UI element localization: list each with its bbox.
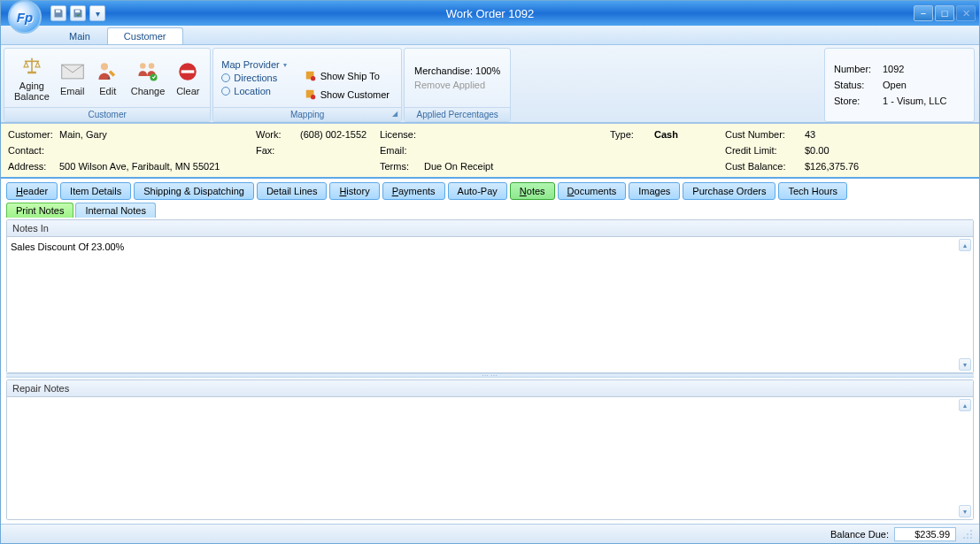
minimize-button[interactable]: − <box>914 5 933 21</box>
scrollbar[interactable]: ▴ ▾ <box>959 399 971 517</box>
tab-item-details[interactable]: Item Details <box>60 182 131 200</box>
info-store-value: 1 - Visum, LLC <box>883 96 947 106</box>
chevron-down-icon: ▾ <box>283 61 287 69</box>
repair-notes-textarea[interactable] <box>7 397 973 519</box>
tab-payments[interactable]: Payments <box>382 182 445 200</box>
notes-subtabs: Print Notes Internal Notes <box>1 200 979 218</box>
resize-grip-icon[interactable] <box>961 528 974 540</box>
remove-applied-button[interactable]: Remove Applied <box>414 80 500 90</box>
tab-history[interactable]: History <box>329 182 379 200</box>
window-controls: − □ ✕ <box>914 5 976 21</box>
ribbon-group-customer: AgingBalance Email Edit <box>4 48 211 122</box>
ribbon-group-applied: Merchandise: 100% Remove Applied Applied… <box>404 48 511 122</box>
main-tab-main[interactable]: Main <box>52 27 107 44</box>
ribbon: AgingBalance Email Edit <box>1 45 979 123</box>
customer-name: Main, Gary <box>59 129 107 140</box>
info-store-label: Store: <box>834 96 883 106</box>
customer-address: 500 Wilson Ave, Faribault, MN 55021 <box>59 161 220 172</box>
edit-label: Edit <box>99 86 116 96</box>
email-button[interactable]: Email <box>55 57 90 98</box>
close-button[interactable]: ✕ <box>956 5 976 21</box>
svg-point-7 <box>311 76 315 80</box>
no-entry-icon <box>175 59 200 84</box>
tab-print-notes[interactable]: Print Notes <box>6 203 73 218</box>
tab-auto-pay[interactable]: Auto-Pay <box>448 182 507 200</box>
info-number-value: 1092 <box>883 64 904 74</box>
scroll-down-icon[interactable]: ▾ <box>959 358 971 371</box>
svg-point-8 <box>311 95 315 99</box>
quick-access-toolbar: ▾ <box>50 5 105 21</box>
clear-button[interactable]: Clear <box>170 57 205 98</box>
scroll-down-icon[interactable]: ▾ <box>959 505 971 517</box>
titlebar: Fp ▾ Work Order 1092 − □ ✕ <box>1 1 979 26</box>
person-edit-icon <box>96 59 120 84</box>
tab-detail-lines[interactable]: Detail Lines <box>257 182 327 200</box>
tab-images[interactable]: Images <box>629 182 680 200</box>
ribbon-group-applied-label: Applied Percentages <box>405 107 510 121</box>
main-tabstrip: Main Customer <box>1 26 979 45</box>
change-label: Change <box>131 86 166 96</box>
change-button[interactable]: Change <box>126 57 171 98</box>
tab-notes[interactable]: Notes <box>510 182 555 200</box>
ribbon-group-mapping-label: Mapping◢ <box>213 107 401 121</box>
splitter-handle[interactable]: ⋯⋯ <box>6 373 974 378</box>
main-area: Notes In ▴ ▾ ⋯⋯ Repair Notes ▴ ▾ <box>1 218 979 524</box>
show-customer-button[interactable]: Show Customer <box>301 87 393 103</box>
aging-balance-button[interactable]: AgingBalance <box>9 52 55 103</box>
customer-data-header: Customer:Main, Gary Work:(608) 002-1552 … <box>1 123 979 179</box>
qat-dropdown-icon[interactable]: ▾ <box>89 5 105 21</box>
notes-in-header: Notes In <box>7 220 973 237</box>
svg-rect-6 <box>181 70 195 73</box>
radio-icon <box>221 73 230 82</box>
ribbon-group-customer-label: Customer <box>4 107 210 121</box>
repair-notes-section: Repair Notes ▴ ▾ <box>6 379 974 520</box>
svg-point-10 <box>970 533 972 535</box>
edit-button[interactable]: Edit <box>90 57 126 98</box>
svg-point-11 <box>967 533 968 535</box>
group-expand-icon[interactable]: ◢ <box>392 110 397 118</box>
tab-internal-notes[interactable]: Internal Notes <box>75 203 155 218</box>
customer-work-phone: (608) 002-1552 <box>300 129 367 140</box>
balance-due-value: $235.99 <box>894 527 956 541</box>
notes-in-textarea[interactable] <box>7 237 973 372</box>
clear-label: Clear <box>176 86 199 96</box>
app-logo[interactable]: Fp <box>8 0 42 34</box>
info-status-label: Status: <box>834 80 883 90</box>
maximize-button[interactable]: □ <box>935 5 954 21</box>
main-tab-customer[interactable]: Customer <box>107 27 183 44</box>
info-number-label: Number: <box>834 64 883 74</box>
svg-point-14 <box>963 537 965 539</box>
show-ship-to-button[interactable]: Show Ship To <box>301 68 393 84</box>
customer-number: 43 <box>805 129 815 140</box>
tab-header[interactable]: Header <box>6 182 58 200</box>
scale-icon <box>19 54 44 79</box>
directions-radio[interactable]: Directions <box>221 73 286 83</box>
tab-documents[interactable]: Documents <box>558 182 627 200</box>
tab-tech-hours[interactable]: Tech Hours <box>778 182 847 200</box>
svg-point-2 <box>140 63 146 69</box>
location-radio[interactable]: Location <box>221 86 286 96</box>
qat-save-icon[interactable] <box>50 5 66 21</box>
person-swap-icon <box>135 59 160 84</box>
map-pin-icon <box>305 88 317 101</box>
map-provider-dropdown[interactable]: Map Provider ▾ <box>221 59 286 70</box>
qat-save-close-icon[interactable] <box>70 5 86 21</box>
info-status-value: Open <box>883 80 907 90</box>
merchandise-percent: Merchandise: 100% <box>414 65 500 76</box>
map-pin-icon <box>305 70 317 82</box>
tab-purchase-orders[interactable]: Purchase Orders <box>683 182 776 200</box>
scrollbar[interactable]: ▴ ▾ <box>959 239 971 371</box>
email-label: Email <box>60 86 85 96</box>
customer-balance: $126,375.76 <box>805 161 859 172</box>
svg-point-3 <box>149 63 155 69</box>
window-title: Work Order 1092 <box>446 7 534 20</box>
envelope-icon <box>60 59 85 84</box>
tab-shipping-dispatching[interactable]: Shipping & Dispatching <box>134 182 254 200</box>
subtabs: Header Item Details Shipping & Dispatchi… <box>1 179 979 200</box>
svg-point-1 <box>101 63 108 70</box>
aging-balance-label: AgingBalance <box>14 80 50 102</box>
scroll-up-icon[interactable]: ▴ <box>959 399 971 411</box>
window: Fp ▾ Work Order 1092 − □ ✕ Main Customer <box>0 0 980 544</box>
svg-point-12 <box>970 537 972 539</box>
scroll-up-icon[interactable]: ▴ <box>959 239 971 251</box>
